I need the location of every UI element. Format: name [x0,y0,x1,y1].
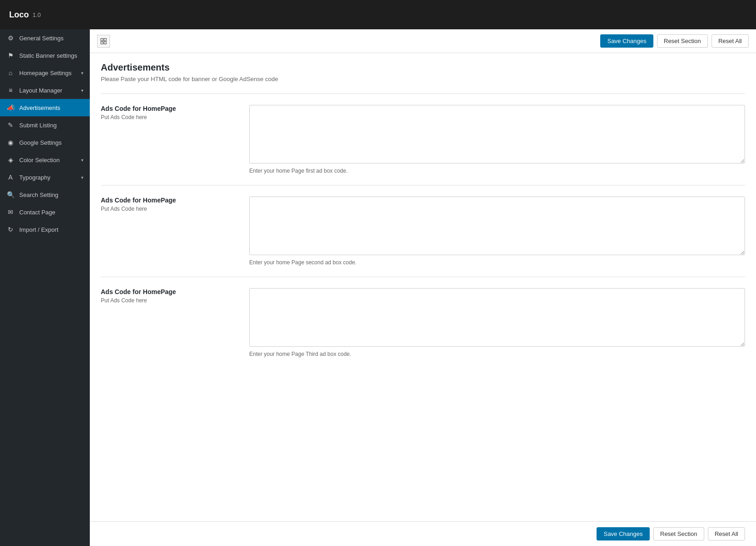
general-settings-label: General Settings [19,35,64,42]
toolbar-left [97,35,110,48]
sidebar-item-color-selection[interactable]: ◈Color Selection▾ [0,151,90,169]
sidebar-item-submit-listing[interactable]: ✎Submit Listing [0,116,90,134]
homepage-settings-label: Homepage Settings [19,70,71,76]
sidebar-item-contact-page[interactable]: ✉Contact Page [0,203,90,221]
homepage-settings-icon: ⌂ [6,69,15,77]
general-settings-icon: ⚙ [6,34,15,42]
sidebar-item-homepage-settings[interactable]: ⌂Homepage Settings▾ [0,64,90,82]
ads-label-col-2: Ads Code for HomePage Put Ads Code here [101,197,238,212]
color-selection-icon: ◈ [6,156,15,164]
page-subtitle: Please Paste your HTML code for banner o… [101,76,745,82]
page-content: Advertisements Please Paste your HTML co… [90,53,756,521]
advertisements-icon: 📣 [6,104,15,112]
ads-label-title-3: Ads Code for HomePage [101,288,238,295]
svg-rect-2 [101,42,103,44]
layout-manager-chevron-icon: ▾ [81,88,83,93]
app-logo: Loco 1.0 [9,10,41,20]
sidebar-item-static-banner-settings[interactable]: ⚑Static Banner settings [0,47,90,64]
ads-input-col-3: Enter your home Page Third ad box code. [249,288,745,357]
ads-section-1: Ads Code for HomePage Put Ads Code here … [101,93,745,185]
ads-textarea-2[interactable] [249,197,745,255]
ads-hint-2: Enter your home Page second ad box code. [249,259,745,266]
bottom-save-changes-button[interactable]: Save Changes [597,527,649,541]
app-version: 1.0 [33,11,41,18]
sidebar-item-google-settings[interactable]: ◉Google Settings [0,134,90,151]
ads-row-1: Ads Code for HomePage Put Ads Code here … [101,105,745,174]
ads-input-col-2: Enter your home Page second ad box code. [249,197,745,266]
top-reset-all-button[interactable]: Reset All [712,34,749,48]
sidebar-item-import-export[interactable]: ↻Import / Export [0,221,90,238]
page-title: Advertisements [101,62,745,73]
ads-label-sub-1: Put Ads Code here [101,114,238,120]
sidebar: ⚙General Settings⚑Static Banner settings… [0,29,90,546]
svg-rect-3 [104,42,106,44]
sidebar-item-layout-manager[interactable]: ≡Layout Manager▾ [0,82,90,99]
submit-listing-label: Submit Listing [19,122,57,129]
ads-row-2: Ads Code for HomePage Put Ads Code here … [101,197,745,266]
layout-manager-label: Layout Manager [19,87,62,94]
top-bar: Loco 1.0 [0,0,756,29]
contact-page-label: Contact Page [19,209,55,216]
ads-label-title-1: Ads Code for HomePage [101,105,238,112]
import-export-icon: ↻ [6,225,15,234]
import-export-label: Import / Export [19,226,58,233]
search-setting-icon: 🔍 [6,191,15,199]
search-setting-label: Search Setting [19,191,58,198]
ads-section-2: Ads Code for HomePage Put Ads Code here … [101,185,745,277]
typography-chevron-icon: ▾ [81,175,83,180]
static-banner-settings-icon: ⚑ [6,51,15,60]
bottom-toolbar: Save Changes Reset Section Reset All [90,521,756,546]
svg-rect-0 [101,38,103,41]
google-settings-icon: ◉ [6,138,15,147]
layout-manager-icon: ≡ [6,86,15,94]
main-layout: ⚙General Settings⚑Static Banner settings… [0,29,756,546]
ads-label-sub-3: Put Ads Code here [101,297,238,304]
submit-listing-icon: ✎ [6,121,15,129]
ads-label-col-3: Ads Code for HomePage Put Ads Code here [101,288,238,304]
toolbar-right: Save Changes Reset Section Reset All [600,34,749,48]
advertisements-label: Advertisements [19,104,60,111]
grid-view-icon[interactable] [97,35,110,48]
ads-label-col-1: Ads Code for HomePage Put Ads Code here [101,105,238,120]
bottom-reset-all-button[interactable]: Reset All [708,527,745,541]
typography-label: Typography [19,174,50,181]
ads-textarea-1[interactable] [249,105,745,164]
typography-icon: A [6,173,15,181]
ads-label-sub-2: Put Ads Code here [101,206,238,212]
color-selection-label: Color Selection [19,157,60,164]
contact-page-icon: ✉ [6,208,15,216]
sidebar-item-general-settings[interactable]: ⚙General Settings [0,29,90,47]
sidebar-item-typography[interactable]: ATypography▾ [0,169,90,186]
sidebar-item-advertisements[interactable]: 📣Advertisements [0,99,90,116]
ads-textarea-3[interactable] [249,288,745,347]
top-toolbar: Save Changes Reset Section Reset All [90,29,756,53]
ads-container: Ads Code for HomePage Put Ads Code here … [101,93,745,368]
svg-rect-1 [104,38,106,41]
top-save-changes-button[interactable]: Save Changes [600,34,653,48]
homepage-settings-chevron-icon: ▾ [81,71,83,76]
app-name: Loco [9,10,29,20]
ads-row-3: Ads Code for HomePage Put Ads Code here … [101,288,745,357]
color-selection-chevron-icon: ▾ [81,158,83,163]
sidebar-item-search-setting[interactable]: 🔍Search Setting [0,186,90,203]
ads-label-title-2: Ads Code for HomePage [101,197,238,204]
bottom-reset-section-button[interactable]: Reset Section [653,527,704,541]
ads-section-3: Ads Code for HomePage Put Ads Code here … [101,277,745,368]
top-reset-section-button[interactable]: Reset Section [657,34,708,48]
ads-hint-1: Enter your home Page first ad box code. [249,168,745,174]
google-settings-label: Google Settings [19,139,62,146]
ads-hint-3: Enter your home Page Third ad box code. [249,351,745,357]
static-banner-settings-label: Static Banner settings [19,52,77,59]
ads-input-col-1: Enter your home Page first ad box code. [249,105,745,174]
content-area: Save Changes Reset Section Reset All Adv… [90,29,756,546]
